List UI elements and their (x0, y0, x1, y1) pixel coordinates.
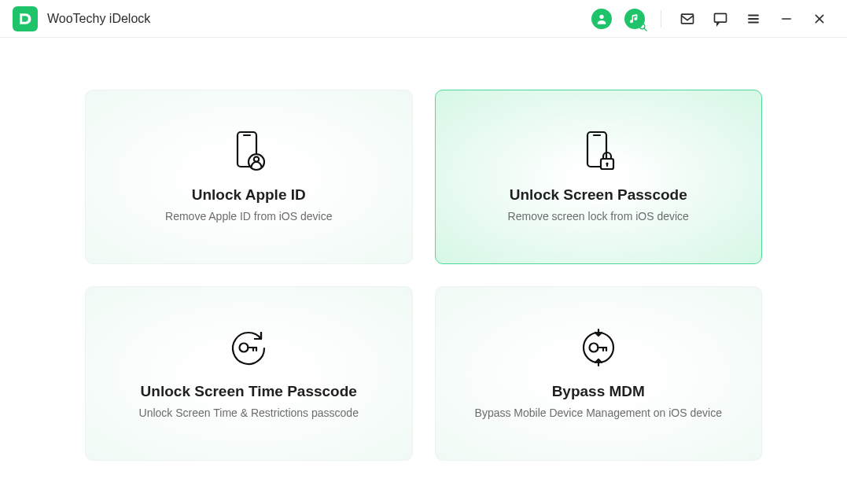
card-desc: Unlock Screen Time & Restrictions passco… (139, 407, 359, 419)
account-icon[interactable] (591, 9, 612, 29)
feedback-icon[interactable] (710, 9, 731, 29)
key-transfer-icon (579, 328, 618, 367)
card-title: Bypass MDM (552, 383, 645, 400)
key-refresh-icon (229, 328, 268, 367)
svg-line-2 (644, 28, 646, 30)
main-content: Unlock Apple ID Remove Apple ID from iOS… (0, 38, 847, 461)
svg-point-27 (589, 344, 598, 352)
svg-point-0 (599, 14, 603, 18)
svg-rect-3 (682, 14, 694, 24)
titlebar: WooTechy iDelock (0, 0, 847, 38)
phone-lock-icon (580, 131, 617, 171)
phone-user-icon (230, 131, 267, 171)
card-title: Unlock Apple ID (192, 186, 306, 204)
titlebar-controls (591, 9, 830, 29)
app-title: WooTechy iDelock (47, 12, 150, 26)
svg-point-20 (240, 344, 249, 352)
options-grid: Unlock Apple ID Remove Apple ID from iOS… (85, 90, 762, 461)
separator (661, 10, 661, 28)
minimize-button[interactable] (776, 9, 797, 29)
card-desc: Remove screen lock from iOS device (508, 210, 689, 223)
music-search-icon[interactable] (624, 9, 645, 29)
menu-icon[interactable] (743, 9, 764, 29)
app-logo (13, 6, 38, 31)
card-unlock-apple-id[interactable]: Unlock Apple ID Remove Apple ID from iOS… (85, 90, 413, 264)
card-title: Unlock Screen Passcode (510, 186, 687, 204)
close-button[interactable] (809, 9, 830, 29)
card-unlock-screen-passcode[interactable]: Unlock Screen Passcode Remove screen loc… (435, 90, 763, 264)
card-desc: Remove Apple ID from iOS device (165, 210, 332, 223)
mail-icon[interactable] (677, 9, 698, 29)
card-bypass-mdm[interactable]: Bypass MDM Bypass Mobile Device Manageme… (435, 286, 763, 461)
svg-rect-4 (715, 13, 727, 22)
card-desc: Bypass Mobile Device Management on iOS d… (475, 407, 722, 419)
card-unlock-screen-time[interactable]: Unlock Screen Time Passcode Unlock Scree… (85, 286, 413, 461)
card-title: Unlock Screen Time Passcode (141, 383, 357, 400)
